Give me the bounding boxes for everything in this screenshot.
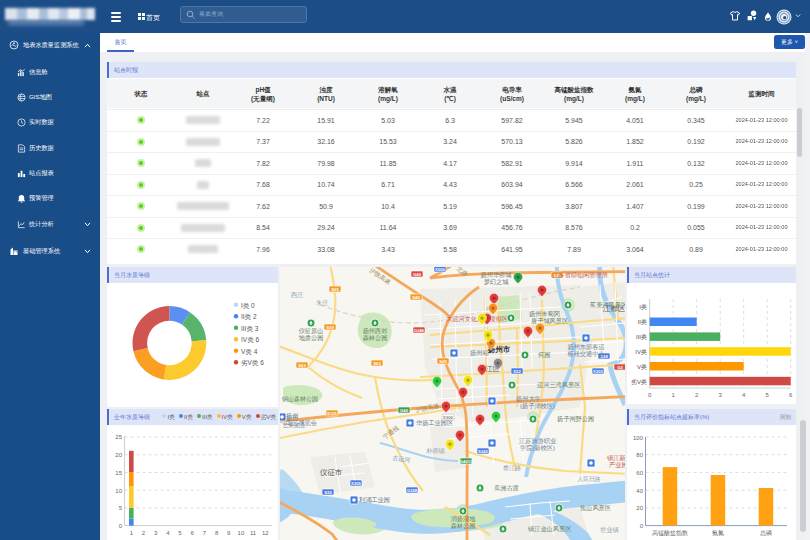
svg-text:瓜洲古渡: 瓜洲古渡 xyxy=(494,484,519,492)
svg-text:X006: X006 xyxy=(435,267,445,272)
svg-text:地质公园: 地质公园 xyxy=(299,334,324,342)
svg-text:学院(新校区): 学院(新校区) xyxy=(520,444,555,452)
svg-text:X203: X203 xyxy=(593,369,603,374)
svg-text:G40: G40 xyxy=(400,408,409,413)
svg-text:扬州: 扬州 xyxy=(286,415,298,422)
svg-text:仪征原山: 仪征原山 xyxy=(299,327,324,334)
svg-text:运河三湾风景区: 运河三湾风景区 xyxy=(537,381,580,389)
svg-text:劣V类 6: 劣V类 6 xyxy=(241,359,264,367)
svg-text:II类: II类 xyxy=(638,319,647,325)
svg-text:S63: S63 xyxy=(298,363,306,368)
svg-text:江都区: 江都区 xyxy=(603,304,625,313)
svg-text:S35: S35 xyxy=(324,490,332,495)
svg-text:10: 10 xyxy=(115,488,122,494)
svg-text:高锰酸盐指数: 高锰酸盐指数 xyxy=(652,529,688,537)
svg-text:11: 11 xyxy=(250,530,257,536)
svg-text:华扬工业园区: 华扬工业园区 xyxy=(416,419,453,427)
svg-text:G2: G2 xyxy=(617,365,623,370)
svg-text:5: 5 xyxy=(178,530,182,536)
svg-text:G40: G40 xyxy=(413,272,422,277)
svg-text:4: 4 xyxy=(742,392,746,398)
svg-text:80: 80 xyxy=(636,452,643,458)
svg-text:20: 20 xyxy=(115,452,122,458)
svg-text:III类 3: III类 3 xyxy=(241,325,259,332)
svg-text:3: 3 xyxy=(719,392,723,398)
svg-text:总磷: 总磷 xyxy=(759,530,772,536)
svg-text:焦山风景区: 焦山风景区 xyxy=(580,504,611,512)
svg-text:8: 8 xyxy=(215,530,219,536)
svg-text:唐子城风景区: 唐子城风景区 xyxy=(531,317,568,325)
svg-text:G346: G346 xyxy=(414,328,425,333)
svg-text:4: 4 xyxy=(166,530,170,536)
svg-text:6: 6 xyxy=(789,392,793,398)
svg-text:S39: S39 xyxy=(326,325,334,330)
svg-text:扬州站: 扬州站 xyxy=(470,349,489,357)
svg-text:劣V类: 劣V类 xyxy=(631,379,647,386)
svg-text:6: 6 xyxy=(191,530,195,536)
svg-text:2: 2 xyxy=(142,530,146,536)
svg-text:人民日路: 人民日路 xyxy=(576,476,600,483)
svg-text:V类 4: V类 4 xyxy=(241,348,258,355)
svg-text:S63: S63 xyxy=(373,361,381,366)
svg-text:25: 25 xyxy=(115,434,122,440)
svg-text:40: 40 xyxy=(636,488,643,494)
svg-text:0: 0 xyxy=(119,523,123,529)
svg-text:100: 100 xyxy=(633,435,644,441)
svg-text:0: 0 xyxy=(640,523,644,529)
svg-text:S125: S125 xyxy=(327,411,337,416)
svg-text:60: 60 xyxy=(636,470,643,476)
svg-text:IV类: IV类 xyxy=(635,349,647,355)
svg-text:III类: III类 xyxy=(636,334,647,340)
svg-text:世业镇: 世业镇 xyxy=(600,526,620,533)
svg-text:15: 15 xyxy=(115,470,122,476)
svg-text:10: 10 xyxy=(238,530,245,536)
svg-text:20: 20 xyxy=(636,505,643,511)
svg-text:枢纽交通中心: 枢纽交通中心 xyxy=(567,350,605,357)
svg-text:5: 5 xyxy=(119,505,123,511)
svg-text:氨氮: 氨氮 xyxy=(712,529,724,536)
svg-text:12: 12 xyxy=(262,530,269,536)
svg-text:江苏省邵仙闲管理所: 江苏省邵仙闲管理所 xyxy=(552,271,609,279)
svg-text:S49: S49 xyxy=(412,295,420,300)
svg-text:镇江金山风景区: 镇江金山风景区 xyxy=(527,525,571,533)
svg-text:S49: S49 xyxy=(439,359,447,364)
svg-text:春江路: 春江路 xyxy=(503,465,521,472)
svg-text:西庄: 西庄 xyxy=(290,291,304,299)
svg-text:2: 2 xyxy=(695,392,699,398)
svg-text:II类 2: II类 2 xyxy=(241,313,257,320)
svg-text:7: 7 xyxy=(203,530,207,536)
svg-text:朱庄: 朱庄 xyxy=(316,299,329,306)
svg-text:仪征市: 仪征市 xyxy=(320,468,343,477)
svg-text:3: 3 xyxy=(154,530,158,536)
svg-text:(扬子津校区): (扬子津校区) xyxy=(520,402,555,410)
svg-text:S243: S243 xyxy=(478,449,488,454)
svg-text:1: 1 xyxy=(672,392,676,398)
svg-text:S05: S05 xyxy=(331,287,339,292)
svg-text:利涌工业园: 利涌工业园 xyxy=(358,496,390,504)
svg-text:扬子闸野公园: 扬子闸野公园 xyxy=(557,415,594,423)
svg-text:9: 9 xyxy=(227,530,231,536)
svg-text:5: 5 xyxy=(766,392,770,398)
svg-text:X22: X22 xyxy=(513,369,521,374)
svg-text:1: 1 xyxy=(130,530,134,536)
svg-text:朴席镇: 朴席镇 xyxy=(426,447,446,454)
svg-text:产业园区: 产业园区 xyxy=(609,461,625,469)
svg-text:艺美览会: 艺美览会 xyxy=(282,421,305,429)
svg-text:何园: 何园 xyxy=(538,351,550,359)
svg-text:G4011: G4011 xyxy=(460,459,473,464)
svg-text:大运河文化旅游度假区: 大运河文化旅游度假区 xyxy=(446,315,508,323)
svg-text:IV类 6: IV类 6 xyxy=(241,336,259,343)
svg-text:铜山森林公园: 铜山森林公园 xyxy=(281,395,318,403)
svg-text:G328: G328 xyxy=(407,488,418,493)
svg-text:梦幻之城: 梦幻之城 xyxy=(484,278,510,286)
svg-text:森林公园: 森林公园 xyxy=(363,334,388,342)
svg-text:0: 0 xyxy=(648,392,652,398)
svg-text:森林公园: 森林公园 xyxy=(451,522,476,530)
svg-text:I类 0: I类 0 xyxy=(241,302,255,309)
svg-text:I类: I类 xyxy=(639,304,647,310)
svg-text:V类: V类 xyxy=(637,364,647,370)
svg-text:X205: X205 xyxy=(351,481,361,486)
